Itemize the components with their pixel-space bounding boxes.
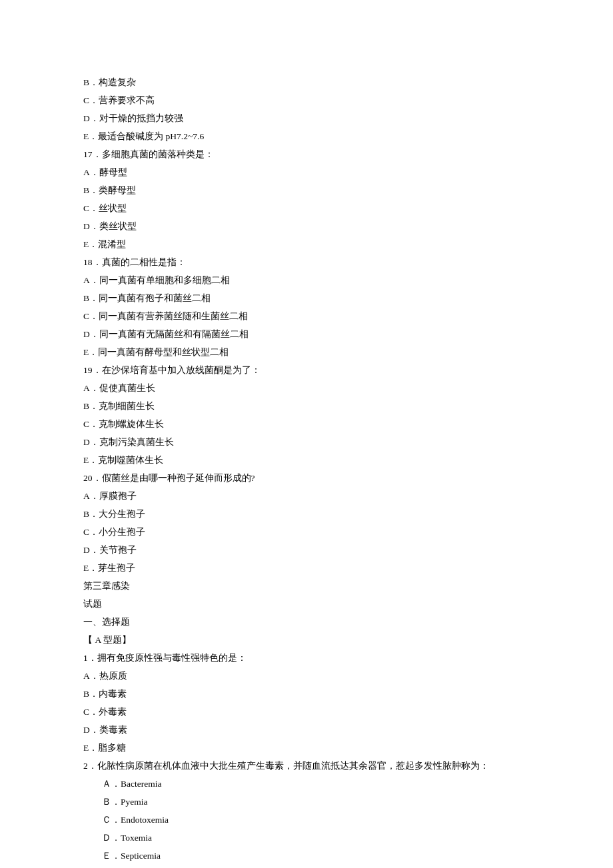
- text-line: D．对干燥的抵挡力较强: [83, 109, 533, 127]
- text-line: E．混淆型: [83, 235, 533, 253]
- text-line: C．小分生孢子: [83, 523, 533, 541]
- text-line: Ｄ．Toxemia: [83, 829, 533, 847]
- text-line: B．构造复杂: [83, 73, 533, 91]
- document-page: B．构造复杂C．营养要求不高D．对干燥的抵挡力较强E．最适合酸碱度为 pH7.2…: [0, 0, 613, 868]
- text-line: A．同一真菌有单细胞和多细胞二相: [83, 271, 533, 289]
- text-line: C．丝状型: [83, 199, 533, 217]
- text-line: 19．在沙保培育基中加入放线菌酮是为了：: [83, 361, 533, 379]
- text-line: Ｅ．Septicemia: [83, 847, 533, 865]
- text-line: B．内毒素: [83, 685, 533, 703]
- text-line: C．营养要求不高: [83, 91, 533, 109]
- text-line: E．最适合酸碱度为 pH7.2~7.6: [83, 127, 533, 145]
- text-line: 一、选择题: [83, 613, 533, 631]
- text-line: Ｂ．Pyemia: [83, 793, 533, 811]
- text-line: E．克制噬菌体生长: [83, 451, 533, 469]
- text-line: B．同一真菌有孢子和菌丝二相: [83, 289, 533, 307]
- text-line: C．克制螺旋体生长: [83, 415, 533, 433]
- text-line: E．同一真菌有酵母型和丝状型二相: [83, 343, 533, 361]
- text-line: 2．化脓性病原菌在机体血液中大批生殖产生毒素，并随血流抵达其余器官，惹起多发性脓…: [83, 757, 533, 775]
- text-line: D．同一真菌有无隔菌丝和有隔菌丝二相: [83, 325, 533, 343]
- text-line: 第三章感染: [83, 577, 533, 595]
- text-line: 20．假菌丝是由哪一种孢子延伸而形成的?: [83, 469, 533, 487]
- text-line: E．芽生孢子: [83, 559, 533, 577]
- text-line: D．类丝状型: [83, 217, 533, 235]
- text-line: A．酵母型: [83, 163, 533, 181]
- text-line: E．脂多糖: [83, 739, 533, 757]
- text-line: 18．真菌的二相性是指：: [83, 253, 533, 271]
- text-line: Ｃ．Endotoxemia: [83, 811, 533, 829]
- text-line: C．同一真菌有营养菌丝随和生菌丝二相: [83, 307, 533, 325]
- text-line: D．类毒素: [83, 721, 533, 739]
- text-line: A．促使真菌生长: [83, 379, 533, 397]
- text-line: 17．多细胞真菌的菌落种类是：: [83, 145, 533, 163]
- text-line: A．热原质: [83, 667, 533, 685]
- text-line: D．克制污染真菌生长: [83, 433, 533, 451]
- text-line: 【 A 型题】: [83, 631, 533, 649]
- text-line: A．厚膜孢子: [83, 487, 533, 505]
- text-line: C．外毒素: [83, 703, 533, 721]
- text-line: Ａ．Bacteremia: [83, 775, 533, 793]
- text-line: 试题: [83, 595, 533, 613]
- text-line: B．大分生孢子: [83, 505, 533, 523]
- text-line: B．类酵母型: [83, 181, 533, 199]
- text-line: 1．拥有免疫原性强与毒性强特色的是：: [83, 649, 533, 667]
- text-line: B．克制细菌生长: [83, 397, 533, 415]
- text-line: D．关节孢子: [83, 541, 533, 559]
- document-content: B．构造复杂C．营养要求不高D．对干燥的抵挡力较强E．最适合酸碱度为 pH7.2…: [83, 73, 533, 865]
